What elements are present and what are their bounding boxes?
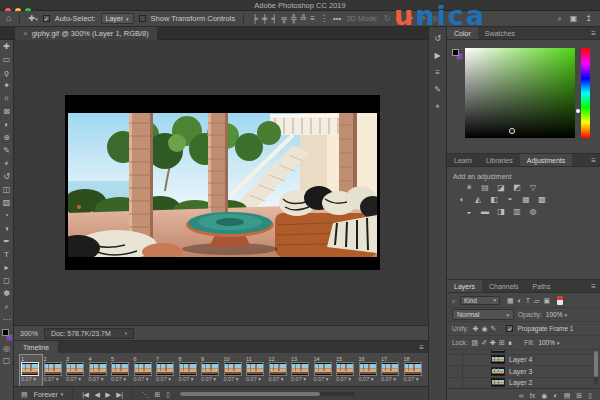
frame-delay[interactable]: 0.07 ▾ xyxy=(89,376,109,383)
layers-scrollbar[interactable] xyxy=(594,351,598,385)
visibility-toggle[interactable] xyxy=(452,350,463,354)
brush-settings-panel-icon[interactable]: ✎ xyxy=(434,86,441,94)
opacity-field[interactable]: 100%▾ xyxy=(546,311,567,318)
clone-source-panel-icon[interactable]: ⌖ xyxy=(435,103,440,111)
selective-color-icon[interactable]: ◍ xyxy=(528,208,538,216)
hand-tool-icon[interactable]: ✽ xyxy=(0,287,14,300)
align-bottom-edges-icon[interactable]: ╩ xyxy=(301,15,307,23)
history-panel-icon[interactable]: ↺ xyxy=(434,35,441,43)
unify-visibility-icon[interactable]: ◉ xyxy=(482,325,488,332)
filter-type-layers-icon[interactable]: T xyxy=(526,297,530,304)
exposure-icon[interactable]: ◩ xyxy=(512,184,522,192)
color-gradient-field[interactable] xyxy=(465,48,575,138)
color-panel-menu-icon[interactable]: ≡ xyxy=(591,29,596,38)
distribute-icon[interactable]: ≡ xyxy=(310,15,315,23)
healing-brush-tool-icon[interactable]: ⊕ xyxy=(0,131,14,144)
tween-frames-icon[interactable]: ⋱ xyxy=(141,391,148,398)
loop-count-dropdown[interactable]: Forever▾ xyxy=(34,391,64,398)
frame-delay[interactable]: 0.07 ▾ xyxy=(381,376,401,383)
lock-all-icon[interactable]: ∎ xyxy=(508,339,512,346)
tab-paths[interactable]: Paths xyxy=(526,280,558,292)
delete-frame-icon[interactable]: ▯ xyxy=(166,391,170,398)
align-left-edges-icon[interactable]: ╞ xyxy=(252,15,258,23)
frame-delay[interactable]: 0.07 ▾ xyxy=(314,376,334,383)
auto-select-checkbox[interactable]: ✓ xyxy=(43,15,50,22)
frame-delay[interactable]: 0.07 ▾ xyxy=(246,376,266,383)
channel-mixer-icon[interactable]: ▦ xyxy=(521,196,531,204)
color-picker-marker[interactable] xyxy=(509,128,515,134)
frame-delay[interactable]: 0.07 ▾ xyxy=(336,376,356,383)
frame-delay[interactable]: 0.07 ▾ xyxy=(269,376,289,383)
layer-row[interactable]: Layer 3 xyxy=(447,366,600,378)
clone-stamp-tool-icon[interactable]: ⌖ xyxy=(0,157,14,170)
timeline-frame[interactable]: 170.07 ▾ xyxy=(380,355,402,386)
vibrance-icon[interactable]: ▽ xyxy=(528,184,538,192)
timeline-frame[interactable]: 110.07 ▾ xyxy=(245,355,267,386)
frame-delay[interactable]: 0.07 ▾ xyxy=(111,376,131,383)
frame-delay[interactable]: 0.07 ▾ xyxy=(156,376,176,383)
visibility-toggle[interactable] xyxy=(452,366,463,377)
link-layers-icon[interactable]: ∞ xyxy=(519,392,524,399)
tab-libraries[interactable]: Libraries xyxy=(479,154,520,166)
previous-frame-button[interactable]: ◀ xyxy=(94,391,99,398)
group-layers-icon[interactable]: ▤ xyxy=(564,392,571,399)
timeline-frame[interactable]: 50.07 ▾ xyxy=(110,355,132,386)
timeline-frame[interactable]: 130.07 ▾ xyxy=(290,355,312,386)
filter-smart-objects-icon[interactable]: ▣ xyxy=(543,297,550,304)
frame-delay[interactable]: 0.07 ▾ xyxy=(359,376,379,383)
tab-layers[interactable]: Layers xyxy=(447,280,482,292)
lock-position-icon[interactable]: ✚ xyxy=(490,339,496,346)
hue-slider-marker[interactable] xyxy=(576,109,580,113)
canvas-area[interactable] xyxy=(14,40,428,325)
path-selection-tool-icon[interactable]: ▸ xyxy=(0,261,14,274)
timeline-menu-icon[interactable]: ≡ xyxy=(419,343,424,352)
hue-slider[interactable] xyxy=(581,48,590,138)
zoom-level-field[interactable]: 300% xyxy=(20,330,38,337)
convert-to-video-timeline-icon[interactable]: ▤ xyxy=(21,391,28,398)
close-tab-icon[interactable]: × xyxy=(23,29,28,38)
move-tool-icon[interactable]: ✚ xyxy=(0,40,14,53)
home-icon[interactable]: ⌂ xyxy=(6,14,11,23)
unify-style-icon[interactable]: ✎ xyxy=(491,325,497,332)
layer-mask-icon[interactable]: ◉ xyxy=(541,392,547,399)
dodge-tool-icon[interactable]: ◑ xyxy=(0,222,14,235)
timeline-frame[interactable]: 40.07 ▾ xyxy=(88,355,110,386)
brush-tool-icon[interactable]: ✎ xyxy=(0,144,14,157)
fill-field[interactable]: 100%▾ xyxy=(538,339,559,346)
unify-position-icon[interactable]: ✚ xyxy=(473,325,479,332)
3d-rotate-icon[interactable]: ↻ xyxy=(384,15,391,23)
edit-toolbar-icon[interactable]: ⋯ xyxy=(0,313,14,326)
play-button[interactable]: ▶ xyxy=(105,391,110,398)
layer-effects-icon[interactable]: fx xyxy=(530,392,535,399)
timeline-frame[interactable]: 140.07 ▾ xyxy=(313,355,335,386)
filter-pixel-layers-icon[interactable]: ▦ xyxy=(507,297,514,304)
timeline-scrollbar[interactable] xyxy=(180,392,355,396)
lock-transparency-icon[interactable]: ▨ xyxy=(472,339,479,346)
timeline-frame[interactable]: 120.07 ▾ xyxy=(268,355,290,386)
filter-shape-layers-icon[interactable]: ▱ xyxy=(534,297,539,304)
layer-row[interactable]: Layer 2 xyxy=(447,378,600,389)
tab-channels[interactable]: Channels xyxy=(482,280,526,292)
marquee-tool-icon[interactable]: ▭ xyxy=(0,53,14,66)
frame-delay[interactable]: 0.07 ▾ xyxy=(66,376,86,383)
posterize-icon[interactable]: ▬ xyxy=(480,208,490,216)
auto-select-target-dropdown[interactable]: Layer▾ xyxy=(101,13,134,24)
filter-adjustment-layers-icon[interactable]: ◐ xyxy=(518,297,522,304)
timeline-frame[interactable]: 30.07 ▾ xyxy=(65,355,87,386)
frame-delay[interactable]: 0.07 ▾ xyxy=(44,376,64,383)
shape-tool-icon[interactable]: ◻ xyxy=(0,274,14,287)
align-horizontal-centers-icon[interactable]: ╪ xyxy=(262,15,268,23)
pen-tool-icon[interactable]: ✒ xyxy=(0,235,14,248)
eyedropper-tool-icon[interactable]: ◗ xyxy=(0,118,14,131)
type-tool-icon[interactable]: T xyxy=(0,248,14,261)
blend-mode-dropdown[interactable]: Normal▾ xyxy=(452,309,514,320)
frame-delay[interactable]: 0.07 ▾ xyxy=(21,376,41,383)
frame-delay[interactable]: 0.07 ▾ xyxy=(179,376,199,383)
color-lookup-icon[interactable]: ▩ xyxy=(537,196,547,204)
adjustments-panel-menu-icon[interactable]: ≡ xyxy=(591,156,596,165)
document-info[interactable]: Doc: 578.7K/23.7M › xyxy=(44,328,134,339)
duplicate-frame-icon[interactable]: ⊞ xyxy=(154,391,160,398)
timeline-frame[interactable]: 20.07 ▾ xyxy=(43,355,65,386)
timeline-frame[interactable]: 70.07 ▾ xyxy=(155,355,177,386)
photo-filter-icon[interactable]: ◓ xyxy=(505,196,515,204)
